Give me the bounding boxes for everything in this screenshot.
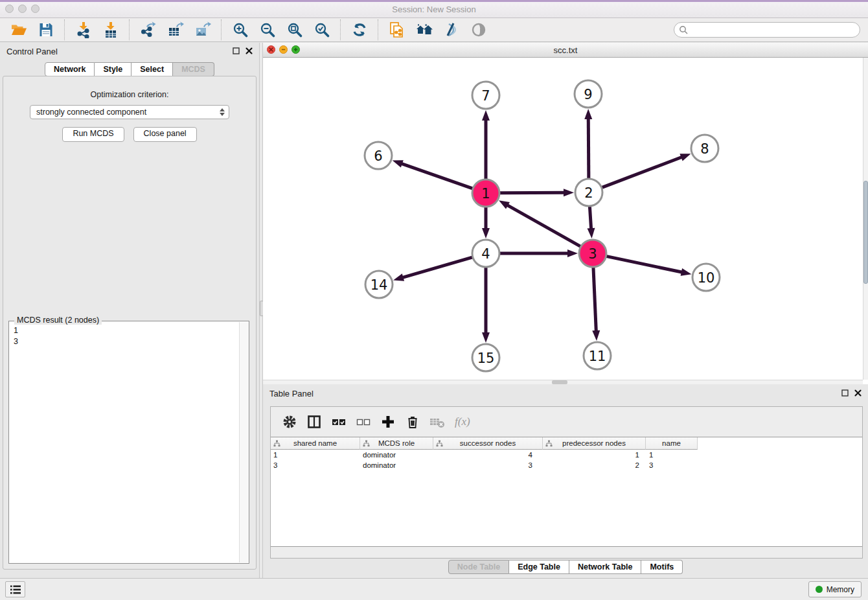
graph-edge-2-3[interactable] [589,206,591,230]
table-cell[interactable]: 3 [646,461,698,469]
memory-button[interactable]: Memory [808,581,862,597]
table-cell[interactable]: dominator [360,451,433,459]
graph-edge-3-10[interactable] [606,256,683,272]
delete-column-icon[interactable] [403,412,422,432]
tab-motifs[interactable]: Motifs [641,560,683,574]
fx-label: f(x) [455,415,470,428]
horizontal-scroll-thumb[interactable] [552,380,567,384]
column-header-mcds-role[interactable]: MCDS role [360,437,433,450]
memory-label: Memory [827,585,854,594]
import-network-icon[interactable] [74,21,93,39]
table-cell[interactable]: 1 [646,451,698,459]
vertical-scrollbar[interactable] [863,58,868,380]
add-column-icon[interactable] [378,412,398,432]
graph-edge-3-11[interactable] [593,267,596,332]
export-image-icon[interactable] [194,21,212,39]
graph-edge-3-1[interactable] [506,205,580,247]
zoom-selected-icon[interactable] [313,21,331,39]
graph-edge-2-8[interactable] [602,157,683,188]
tab-select[interactable]: Select [131,62,173,76]
hide-eye-icon[interactable] [442,21,461,39]
network-canvas[interactable]: 7968124314101511 [263,58,868,384]
tab-network-table[interactable]: Network Table [569,560,642,574]
table-cell[interactable]: 2 [543,461,646,469]
float-table-panel-icon[interactable] [841,389,849,397]
import-table-icon[interactable] [102,21,120,39]
delete-table-icon[interactable] [428,412,447,432]
list-icon [10,584,21,595]
gear-icon[interactable] [280,412,299,432]
table-cell[interactable]: 3 [271,461,360,469]
table-cell[interactable]: 4 [433,451,543,459]
graph-node-label: 1 [481,186,490,202]
search-icon [679,25,689,35]
select-all-icon[interactable] [329,412,348,432]
table-container: f(x) shared nameMCDS rolesuccessor nodes… [270,406,863,559]
criterion-dropdown[interactable]: strongly connected component [30,105,229,119]
table-row[interactable]: 3dominator323 [271,460,862,470]
mcds-result-box: MCDS result (2 nodes) 1 3 [8,321,249,564]
close-table-panel-icon[interactable] [854,389,862,397]
edge-arrowhead [393,273,404,281]
float-panel-icon[interactable] [233,47,240,54]
graph-node-label: 14 [371,277,388,293]
tab-mcds[interactable]: MCDS [173,62,214,76]
network-window-titlebar[interactable]: scc.txt [263,43,868,58]
node-table[interactable]: shared nameMCDS rolesuccessor nodesprede… [271,437,862,547]
graph-edge-2-9[interactable] [588,117,589,179]
close-panel-button[interactable]: Close panel [133,127,197,142]
home-icon[interactable] [415,21,433,39]
vertical-scroll-thumb[interactable] [863,181,868,284]
columns-icon[interactable] [304,412,324,432]
eye-icon[interactable] [470,21,488,39]
zoom-in-icon[interactable] [231,21,249,39]
result-scrollbar[interactable] [239,322,249,562]
graph-node-label: 3 [588,246,597,262]
table-cell[interactable]: dominator [360,461,433,469]
search-input[interactable] [691,25,860,35]
save-session-icon[interactable] [37,21,55,39]
table-cell[interactable]: 1 [271,451,360,459]
graph-edge-1-6[interactable] [400,163,473,189]
column-header-successor-nodes[interactable]: successor nodes [433,437,543,450]
zoom-fit-icon[interactable] [286,21,304,39]
graph-edge-4-14[interactable] [402,257,473,278]
toolbar-separator [129,19,130,40]
tab-node-table[interactable]: Node Table [448,560,509,574]
table-row[interactable]: 1dominator411 [271,450,862,460]
column-header-name[interactable]: name [646,437,698,450]
app-titlebar: Session: New Session [0,0,868,18]
table-cell[interactable]: 3 [433,461,543,469]
edge-arrowhead [482,110,490,121]
tab-edge-table[interactable]: Edge Table [509,560,569,574]
search-box[interactable] [674,22,860,38]
table-header-row: shared nameMCDS rolesuccessor nodesprede… [271,437,862,450]
close-panel-icon[interactable] [246,47,253,54]
task-history-button[interactable] [5,581,25,597]
graph-edge-1-2[interactable] [499,192,565,193]
refresh-icon[interactable] [350,21,369,39]
horizontal-scrollbar[interactable] [263,380,863,384]
memory-status-icon [816,586,823,593]
chevron-updown-icon [220,108,225,116]
edge-arrowhead [588,228,595,238]
unselect-all-icon[interactable] [354,412,373,432]
tab-style[interactable]: Style [95,62,131,76]
graph-node-label: 11 [589,349,606,364]
export-network-icon[interactable] [139,21,157,39]
table-cell[interactable]: 1 [543,451,646,459]
column-header-shared-name[interactable]: shared name [271,437,360,450]
open-session-icon[interactable] [10,21,28,39]
column-header-predecessor-nodes[interactable]: predecessor nodes [543,437,646,450]
tab-network[interactable]: Network [45,62,95,76]
export-table-icon[interactable] [166,21,185,39]
network-window: scc.txt 7968124314101511 [263,43,868,384]
graph-node-label: 8 [700,141,709,157]
graph-node-label: 7 [481,88,490,104]
graph-node-label: 6 [374,148,382,164]
table-tabs: Node TableEdge TableNetwork TableMotifs [263,560,868,574]
run-mcds-button[interactable]: Run MCDS [62,127,124,142]
document-network-icon[interactable] [388,21,406,39]
function-builder-icon[interactable]: f(x) [455,412,470,432]
zoom-out-icon[interactable] [258,21,277,39]
